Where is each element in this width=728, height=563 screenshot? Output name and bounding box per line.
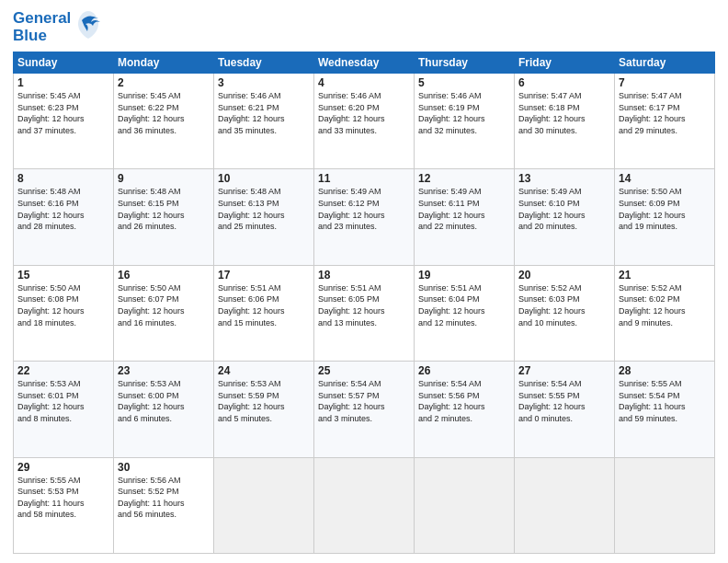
day-number: 11 xyxy=(318,172,410,185)
calendar-day-cell: 15Sunrise: 5:50 AM Sunset: 6:08 PM Dayli… xyxy=(14,265,114,361)
day-number: 15 xyxy=(17,269,109,282)
calendar-day-cell: 13Sunrise: 5:49 AM Sunset: 6:10 PM Dayli… xyxy=(515,169,615,265)
day-info: Sunrise: 5:49 AM Sunset: 6:11 PM Dayligh… xyxy=(418,186,510,232)
calendar-week-row: 15Sunrise: 5:50 AM Sunset: 6:08 PM Dayli… xyxy=(14,265,715,361)
header-monday: Monday xyxy=(114,52,214,74)
calendar-day-cell: 5Sunrise: 5:46 AM Sunset: 6:19 PM Daylig… xyxy=(415,74,515,169)
day-number: 29 xyxy=(17,461,109,474)
calendar-day-cell: 26Sunrise: 5:54 AM Sunset: 5:56 PM Dayli… xyxy=(415,362,515,457)
day-number: 19 xyxy=(418,269,510,282)
day-info: Sunrise: 5:46 AM Sunset: 6:21 PM Dayligh… xyxy=(218,90,310,136)
calendar-day-cell: 16Sunrise: 5:50 AM Sunset: 6:07 PM Dayli… xyxy=(114,265,214,361)
day-info: Sunrise: 5:51 AM Sunset: 6:06 PM Dayligh… xyxy=(218,282,310,328)
logo-text-general: General xyxy=(13,9,71,27)
header-sunday: Sunday xyxy=(14,52,114,74)
logo-text-blue: Blue xyxy=(13,28,71,45)
day-info: Sunrise: 5:49 AM Sunset: 6:10 PM Dayligh… xyxy=(518,186,610,232)
calendar-day-cell: 12Sunrise: 5:49 AM Sunset: 6:11 PM Dayli… xyxy=(415,169,515,265)
calendar-day-cell: 21Sunrise: 5:52 AM Sunset: 6:02 PM Dayli… xyxy=(615,265,715,361)
calendar-week-row: 1Sunrise: 5:45 AM Sunset: 6:23 PM Daylig… xyxy=(14,74,715,169)
calendar-day-cell: 28Sunrise: 5:55 AM Sunset: 5:54 PM Dayli… xyxy=(615,362,715,457)
calendar-day-cell: 1Sunrise: 5:45 AM Sunset: 6:23 PM Daylig… xyxy=(14,74,114,169)
calendar-day-cell: 7Sunrise: 5:47 AM Sunset: 6:17 PM Daylig… xyxy=(615,74,715,169)
day-info: Sunrise: 5:45 AM Sunset: 6:22 PM Dayligh… xyxy=(118,90,210,136)
day-info: Sunrise: 5:48 AM Sunset: 6:13 PM Dayligh… xyxy=(218,186,310,232)
logo-icon xyxy=(74,9,102,46)
calendar-day-cell: 19Sunrise: 5:51 AM Sunset: 6:04 PM Dayli… xyxy=(415,265,515,361)
calendar-day-cell: 11Sunrise: 5:49 AM Sunset: 6:12 PM Dayli… xyxy=(314,169,415,265)
calendar-day-cell xyxy=(515,457,615,553)
day-number: 24 xyxy=(218,364,310,377)
day-number: 2 xyxy=(118,76,210,89)
calendar-day-cell xyxy=(314,457,415,553)
day-number: 20 xyxy=(518,269,610,282)
day-info: Sunrise: 5:46 AM Sunset: 6:20 PM Dayligh… xyxy=(318,90,410,136)
day-number: 17 xyxy=(218,269,310,282)
day-info: Sunrise: 5:54 AM Sunset: 5:57 PM Dayligh… xyxy=(318,378,410,424)
header: General Blue xyxy=(13,9,715,46)
day-info: Sunrise: 5:51 AM Sunset: 6:05 PM Dayligh… xyxy=(318,282,410,328)
calendar-day-cell: 6Sunrise: 5:47 AM Sunset: 6:18 PM Daylig… xyxy=(515,74,615,169)
logo: General Blue xyxy=(13,9,102,46)
day-number: 25 xyxy=(318,364,410,377)
calendar-day-cell: 30Sunrise: 5:56 AM Sunset: 5:52 PM Dayli… xyxy=(114,457,214,553)
day-info: Sunrise: 5:50 AM Sunset: 6:09 PM Dayligh… xyxy=(619,186,711,232)
calendar-week-row: 29Sunrise: 5:55 AM Sunset: 5:53 PM Dayli… xyxy=(14,457,715,553)
day-info: Sunrise: 5:53 AM Sunset: 5:59 PM Dayligh… xyxy=(218,378,310,424)
day-number: 9 xyxy=(118,172,210,185)
day-info: Sunrise: 5:52 AM Sunset: 6:02 PM Dayligh… xyxy=(619,282,711,328)
calendar-week-row: 8Sunrise: 5:48 AM Sunset: 6:16 PM Daylig… xyxy=(14,169,715,265)
day-number: 28 xyxy=(619,364,711,377)
day-number: 13 xyxy=(518,172,610,185)
header-wednesday: Wednesday xyxy=(314,52,415,74)
day-number: 5 xyxy=(418,76,510,89)
day-number: 3 xyxy=(218,76,310,89)
day-info: Sunrise: 5:47 AM Sunset: 6:17 PM Dayligh… xyxy=(619,90,711,136)
day-number: 26 xyxy=(418,364,510,377)
calendar-day-cell: 22Sunrise: 5:53 AM Sunset: 6:01 PM Dayli… xyxy=(14,362,114,457)
day-info: Sunrise: 5:55 AM Sunset: 5:53 PM Dayligh… xyxy=(17,475,109,521)
day-info: Sunrise: 5:50 AM Sunset: 6:08 PM Dayligh… xyxy=(17,282,109,328)
calendar-day-cell: 27Sunrise: 5:54 AM Sunset: 5:55 PM Dayli… xyxy=(515,362,615,457)
calendar-day-cell xyxy=(415,457,515,553)
header-tuesday: Tuesday xyxy=(214,52,314,74)
calendar-day-cell: 14Sunrise: 5:50 AM Sunset: 6:09 PM Dayli… xyxy=(615,169,715,265)
calendar-day-cell: 25Sunrise: 5:54 AM Sunset: 5:57 PM Dayli… xyxy=(314,362,415,457)
day-info: Sunrise: 5:45 AM Sunset: 6:23 PM Dayligh… xyxy=(17,90,109,136)
day-number: 16 xyxy=(118,269,210,282)
header-saturday: Saturday xyxy=(615,52,715,74)
day-number: 4 xyxy=(318,76,410,89)
day-number: 30 xyxy=(118,461,210,474)
day-number: 8 xyxy=(17,172,109,185)
calendar-table: Sunday Monday Tuesday Wednesday Thursday… xyxy=(13,52,715,554)
calendar-day-cell: 9Sunrise: 5:48 AM Sunset: 6:15 PM Daylig… xyxy=(114,169,214,265)
day-info: Sunrise: 5:56 AM Sunset: 5:52 PM Dayligh… xyxy=(118,475,210,521)
day-info: Sunrise: 5:48 AM Sunset: 6:16 PM Dayligh… xyxy=(17,186,109,232)
day-info: Sunrise: 5:52 AM Sunset: 6:03 PM Dayligh… xyxy=(518,282,610,328)
calendar-week-row: 22Sunrise: 5:53 AM Sunset: 6:01 PM Dayli… xyxy=(14,362,715,457)
calendar-day-cell: 3Sunrise: 5:46 AM Sunset: 6:21 PM Daylig… xyxy=(214,74,314,169)
day-number: 10 xyxy=(218,172,310,185)
day-number: 7 xyxy=(619,76,711,89)
day-number: 27 xyxy=(518,364,610,377)
day-info: Sunrise: 5:47 AM Sunset: 6:18 PM Dayligh… xyxy=(518,90,610,136)
day-info: Sunrise: 5:53 AM Sunset: 6:00 PM Dayligh… xyxy=(118,378,210,424)
day-number: 6 xyxy=(518,76,610,89)
calendar-day-cell: 4Sunrise: 5:46 AM Sunset: 6:20 PM Daylig… xyxy=(314,74,415,169)
calendar-day-cell: 10Sunrise: 5:48 AM Sunset: 6:13 PM Dayli… xyxy=(214,169,314,265)
calendar-day-cell: 2Sunrise: 5:45 AM Sunset: 6:22 PM Daylig… xyxy=(114,74,214,169)
day-info: Sunrise: 5:55 AM Sunset: 5:54 PM Dayligh… xyxy=(619,378,711,424)
day-number: 12 xyxy=(418,172,510,185)
days-header-row: Sunday Monday Tuesday Wednesday Thursday… xyxy=(14,52,715,74)
header-thursday: Thursday xyxy=(415,52,515,74)
page: General Blue Sunday Monday xyxy=(0,0,728,563)
calendar-day-cell: 29Sunrise: 5:55 AM Sunset: 5:53 PM Dayli… xyxy=(14,457,114,553)
day-info: Sunrise: 5:51 AM Sunset: 6:04 PM Dayligh… xyxy=(418,282,510,328)
calendar-day-cell: 8Sunrise: 5:48 AM Sunset: 6:16 PM Daylig… xyxy=(14,169,114,265)
day-info: Sunrise: 5:53 AM Sunset: 6:01 PM Dayligh… xyxy=(17,378,109,424)
day-number: 21 xyxy=(619,269,711,282)
calendar-day-cell: 17Sunrise: 5:51 AM Sunset: 6:06 PM Dayli… xyxy=(214,265,314,361)
day-info: Sunrise: 5:49 AM Sunset: 6:12 PM Dayligh… xyxy=(318,186,410,232)
day-number: 14 xyxy=(619,172,711,185)
day-info: Sunrise: 5:48 AM Sunset: 6:15 PM Dayligh… xyxy=(118,186,210,232)
